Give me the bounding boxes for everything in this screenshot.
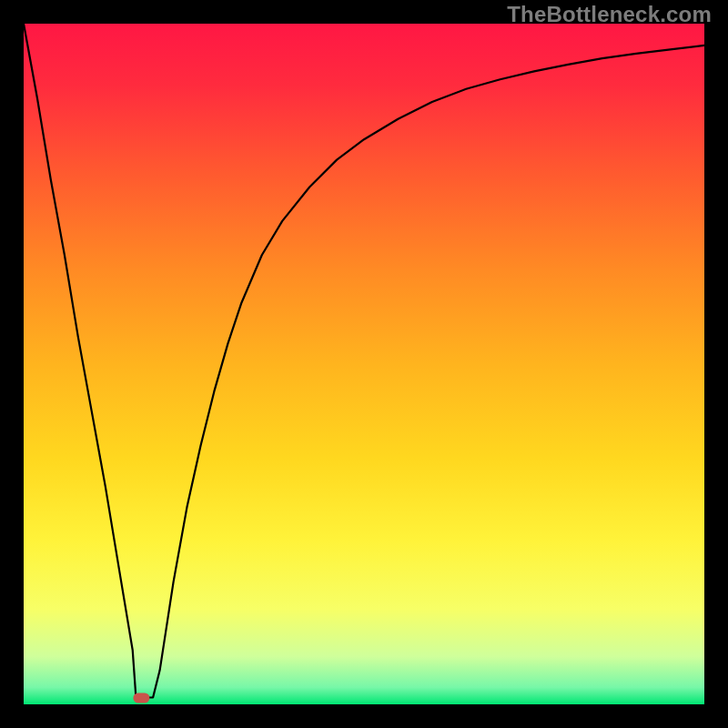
optimal-point-marker: [133, 693, 149, 703]
svg-rect-4: [704, 0, 728, 728]
chart-stage: TheBottleneck.com: [0, 0, 728, 728]
bottleneck-chart: [0, 0, 728, 728]
svg-rect-2: [0, 704, 728, 728]
svg-rect-0: [24, 24, 704, 704]
watermark-label: TheBottleneck.com: [507, 2, 712, 27]
svg-rect-3: [0, 0, 24, 728]
